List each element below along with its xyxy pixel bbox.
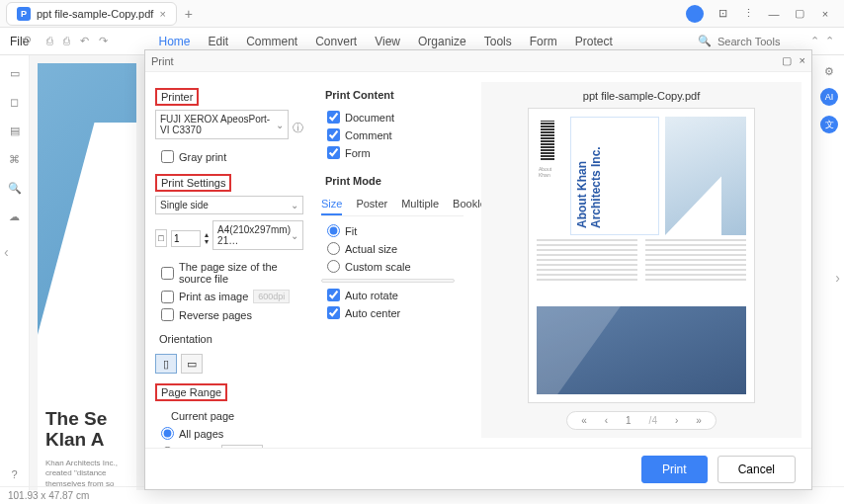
page-thumbnail — [38, 63, 136, 399]
preview-filename: ppt file-sample-Copy.pdf — [583, 90, 700, 102]
pager-total: /4 — [643, 415, 663, 426]
print-as-image-checkbox[interactable]: Print as image600dpi — [161, 290, 303, 303]
print-button[interactable]: Print — [641, 456, 708, 483]
duplex-select[interactable]: Single side — [155, 196, 303, 214]
search-tools-input[interactable] — [717, 36, 797, 47]
pager-next[interactable]: › — [669, 415, 684, 426]
maximize-button[interactable]: ▢ — [793, 7, 806, 21]
comment-checkbox[interactable]: Comment — [327, 128, 464, 141]
close-tab-icon[interactable]: × — [159, 8, 165, 20]
minimize-button[interactable]: — — [767, 7, 781, 21]
tab-poster[interactable]: Poster — [356, 198, 387, 215]
all-pages-radio[interactable]: All pages — [161, 427, 303, 440]
form-checkbox[interactable]: Form — [327, 146, 464, 159]
printer-section-label: Printer — [155, 88, 199, 106]
attachment-icon[interactable]: ⌘ — [9, 153, 20, 166]
right-toolbar: ⚙ AI 文 — [814, 55, 844, 133]
auto-center-checkbox[interactable]: Auto center — [327, 306, 464, 319]
preview-image-2 — [537, 306, 746, 394]
fit-radio[interactable]: Fit — [327, 224, 464, 237]
tab-multiple[interactable]: Multiple — [401, 198, 439, 215]
preview-image-1 — [665, 117, 746, 235]
custom-scale-radio[interactable]: Custom scale — [327, 260, 464, 273]
translate-icon[interactable]: 文 — [820, 116, 838, 133]
page-range-section-label: Page Range — [155, 383, 227, 401]
main-menu: Home Edit Comment Convert View Organize … — [158, 35, 612, 48]
settings-icon[interactable]: ⚙ — [824, 65, 834, 78]
next-page-arrow[interactable]: › — [835, 270, 840, 286]
actual-size-radio[interactable]: Actual size — [327, 242, 464, 255]
layers-icon[interactable]: ▤ — [10, 125, 20, 137]
copies-icon: □ — [155, 229, 167, 247]
tab-title: ppt file-sample-Copy.pdf — [37, 8, 153, 20]
pager-prev[interactable]: ‹ — [599, 415, 614, 426]
menu-organize[interactable]: Organize — [418, 35, 466, 48]
expand-icon[interactable]: ⌃ — [810, 35, 819, 47]
paper-select[interactable]: A4(210x297mm) 21… — [212, 220, 303, 250]
menu-edit[interactable]: Edit — [208, 35, 228, 48]
dialog-title: Print — [151, 55, 174, 67]
add-tab-button[interactable]: + — [185, 6, 193, 22]
cancel-button[interactable]: Cancel — [717, 456, 796, 483]
pager-current: 1 — [620, 415, 637, 426]
tab-size[interactable]: Size — [321, 198, 342, 215]
doc-heading-2: Klan A — [45, 430, 128, 451]
page-dimensions: 101.93 x 47.87 cm — [8, 490, 89, 501]
printer-select[interactable]: FUJI XEROX ApeosPort-VI C3370 — [155, 110, 289, 139]
auto-rotate-checkbox[interactable]: Auto rotate — [327, 289, 464, 301]
doc-paragraph: Khan Architects Inc., created "distance … — [45, 459, 128, 489]
bookmark-icon[interactable]: ◻ — [10, 96, 19, 109]
redo-icon[interactable]: ↷ — [99, 35, 108, 47]
menu-convert[interactable]: Convert — [315, 35, 357, 48]
page-icon[interactable]: ▭ — [10, 67, 20, 80]
barcode-graphic — [541, 121, 554, 160]
app-icon: P — [17, 7, 31, 21]
prev-page-arrow[interactable]: ‹ — [4, 244, 9, 260]
copies-input[interactable] — [171, 230, 201, 247]
pager-last[interactable]: » — [690, 415, 708, 426]
print-icon[interactable]: ⎙ — [63, 35, 70, 47]
refresh-icon[interactable]: ⟲ — [22, 34, 31, 46]
document-view: ⟲ The Se Klan A Khan Architects Inc., cr… — [30, 55, 144, 490]
preview-pager: « ‹ 1 /4 › » — [566, 411, 717, 430]
doc-heading-1: The Se — [45, 409, 128, 430]
menu-tools[interactable]: Tools — [484, 35, 512, 48]
more-icon[interactable]: ⋮ — [741, 7, 755, 21]
ai-icon[interactable]: AI — [820, 88, 838, 106]
feedback-icon[interactable]: ⊡ — [716, 7, 729, 21]
printer-info-icon[interactable]: ⓘ — [293, 121, 303, 135]
search-icon: 🔍 — [698, 35, 712, 47]
portrait-button[interactable]: ▯ — [155, 354, 177, 374]
copies-stepper[interactable]: ▴▾ — [205, 231, 209, 245]
source-page-size-checkbox[interactable]: The page size of the source file — [161, 261, 303, 285]
file-menu[interactable]: File — [0, 31, 39, 52]
chevron-up-icon[interactable]: ⌃ — [825, 35, 834, 47]
menu-form[interactable]: Form — [530, 35, 557, 48]
pager-first[interactable]: « — [575, 415, 593, 426]
titlebar: P ppt file-sample-Copy.pdf × + ⊡ ⋮ — ▢ × — [0, 0, 844, 28]
landscape-button[interactable]: ▭ — [181, 354, 203, 374]
menu-home[interactable]: Home — [158, 35, 190, 48]
menu-comment[interactable]: Comment — [246, 35, 297, 48]
dialog-close-icon[interactable]: × — [800, 54, 805, 67]
gray-print-checkbox[interactable]: Gray print — [161, 150, 303, 163]
search-panel-icon[interactable]: 🔍 — [8, 182, 22, 195]
reverse-pages-checkbox[interactable]: Reverse pages — [161, 308, 303, 321]
left-toolbar: ▭ ◻ ▤ ⌘ 🔍 ☁ ? — [0, 55, 30, 490]
scale-slider[interactable] — [321, 279, 455, 283]
help-icon[interactable]: ? — [11, 468, 17, 480]
menu-view[interactable]: View — [375, 35, 400, 48]
undo-icon[interactable]: ↶ — [80, 35, 89, 47]
dialog-maximize-icon[interactable]: ▢ — [782, 54, 792, 67]
print-mode-label: Print Mode — [321, 174, 385, 188]
cloud-icon[interactable]: ☁ — [9, 210, 20, 223]
save-icon[interactable]: ⎙ — [46, 35, 53, 47]
document-tab[interactable]: P ppt file-sample-Copy.pdf × — [6, 2, 177, 26]
print-settings-section-label: Print Settings — [155, 174, 231, 192]
menu-protect[interactable]: Protect — [575, 35, 613, 48]
print-preview-panel: ppt file-sample-Copy.pdf AboutKhan About… — [481, 82, 802, 438]
document-checkbox[interactable]: Document — [327, 111, 464, 124]
current-page-radio[interactable]: Current page — [171, 410, 303, 422]
close-button[interactable]: × — [818, 7, 832, 21]
user-avatar[interactable] — [686, 5, 704, 23]
